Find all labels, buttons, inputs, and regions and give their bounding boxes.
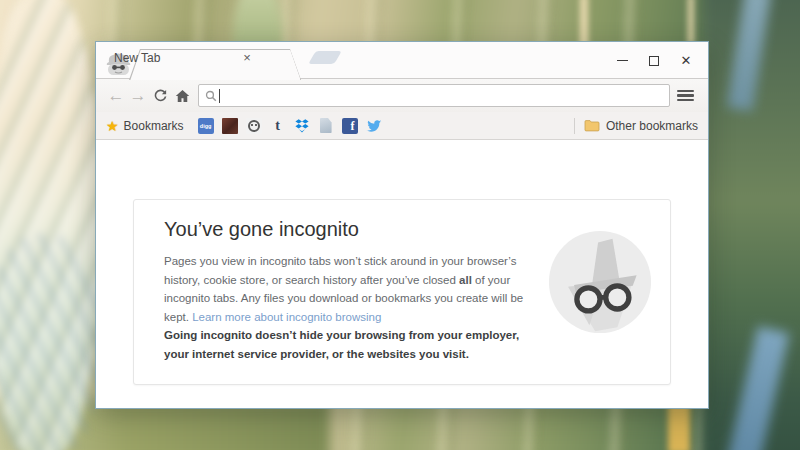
home-icon	[175, 89, 190, 103]
twitter-bird-icon	[366, 118, 382, 134]
browser-window: New Tab × ✕ ← →	[95, 41, 709, 409]
tab-close-icon[interactable]: ×	[238, 49, 256, 67]
learn-more-link[interactable]: Learn more about incognito browsing	[192, 311, 381, 323]
wheat-stem	[688, 0, 694, 45]
incognito-warning: Going incognito doesn’t hide your browsi…	[164, 326, 524, 363]
window-controls: ✕	[606, 42, 702, 79]
address-bar[interactable]	[198, 84, 670, 107]
incognito-page: You’ve gone incognito Pages you view in …	[96, 140, 708, 408]
url-input[interactable]	[220, 86, 663, 105]
document-favicon[interactable]	[320, 118, 332, 133]
home-button[interactable]	[171, 88, 193, 104]
gray-logo-favicon[interactable]	[246, 118, 262, 134]
bookmarks-separator	[574, 118, 575, 134]
maximize-button[interactable]	[638, 47, 670, 75]
wheat-stem	[580, 0, 588, 47]
digg-favicon[interactable]: digg	[198, 118, 214, 134]
search-icon	[205, 90, 217, 102]
reload-button[interactable]	[149, 88, 171, 104]
wheat-ear-left	[0, 0, 102, 450]
incognito-card: You’ve gone incognito Pages you view in …	[133, 199, 671, 385]
menu-icon	[677, 90, 694, 93]
tab-title: New Tab	[114, 51, 160, 65]
new-tab-button[interactable]	[308, 51, 342, 64]
incognito-description: Pages you view in incognito tabs won’t s…	[164, 252, 524, 327]
other-bookmarks-button[interactable]: Other bookmarks	[606, 119, 698, 133]
dropbox-favicon[interactable]	[294, 118, 310, 134]
folder-icon	[584, 119, 600, 132]
photo-thumbnail-favicon[interactable]	[222, 118, 238, 134]
minimize-button[interactable]	[606, 47, 638, 75]
bookmarks-folder[interactable]: Bookmarks	[124, 119, 184, 133]
bold-all: all	[459, 274, 472, 286]
chrome-menu-button[interactable]	[677, 87, 699, 105]
twitter-favicon[interactable]	[366, 118, 382, 134]
title-bar: New Tab × ✕	[96, 42, 708, 79]
tumblr-favicon[interactable]: t	[270, 118, 286, 134]
incognito-illustration-icon	[547, 229, 653, 335]
forward-button[interactable]: →	[127, 86, 149, 106]
wheat-stem	[668, 402, 690, 450]
maximize-icon	[649, 56, 659, 66]
reload-icon	[153, 88, 168, 103]
navigation-bar: ← →	[96, 79, 708, 112]
page-title: You’ve gone incognito	[164, 218, 359, 241]
dropbox-icon	[294, 118, 310, 134]
close-button[interactable]: ✕	[670, 47, 702, 75]
facebook-favicon[interactable]: f	[342, 118, 358, 134]
minimize-icon	[617, 60, 628, 61]
close-icon: ✕	[681, 54, 692, 67]
bookmarks-bar: ★ Bookmarks digg t f Other bookmarks	[96, 112, 708, 140]
back-button[interactable]: ←	[105, 86, 127, 106]
bookmarks-star-icon: ★	[106, 118, 119, 134]
